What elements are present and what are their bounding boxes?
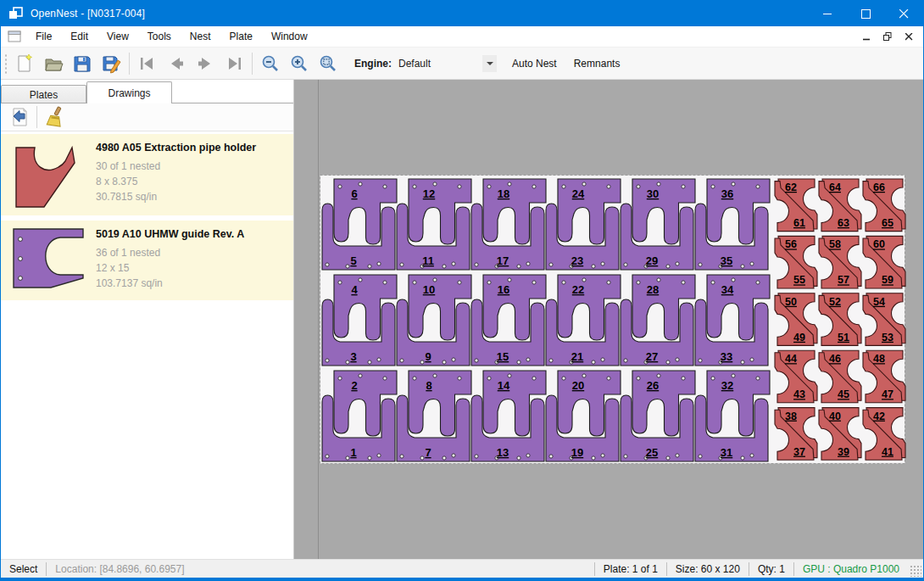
drawing-area: 103.7137 sq/in [96,276,244,291]
open-folder-icon[interactable] [39,51,68,76]
drill-hole [657,374,660,377]
remnants-button[interactable]: Remnants [565,53,629,75]
minimize-button[interactable] [809,1,847,26]
drill-hole [624,455,627,458]
menu-view[interactable]: View [97,26,138,47]
part-number-label: 39 [838,446,849,458]
clean-broom-icon[interactable] [41,105,68,129]
drill-hole [607,281,610,284]
drill-hole [475,455,478,458]
part-number-label: 46 [829,353,841,365]
drill-hole [368,360,371,364]
drill-hole [508,278,511,282]
drill-hole [338,185,342,188]
part-number-label: 14 [498,379,510,392]
drill-hole [326,455,329,458]
zoom-fit-icon[interactable] [314,51,342,76]
mdi-close-button[interactable] [899,29,918,44]
new-document-icon[interactable] [10,51,39,76]
close-button[interactable] [885,1,923,26]
drill-hole [526,262,530,265]
drill-hole [413,185,416,188]
toolbar-grip[interactable] [3,53,10,75]
mdi-restore-button[interactable] [878,29,897,44]
menu-tools[interactable]: Tools [138,26,181,47]
drill-hole [732,182,735,186]
previous-plate-icon[interactable] [162,51,191,76]
drawing-info: 4980 A05 Extraction pipe holder30 of 1 n… [87,139,256,209]
part-number-label: 19 [571,446,583,459]
drill-hole [475,359,478,362]
mdi-minimize-button[interactable] [857,29,876,44]
part-number-label: 13 [497,446,509,459]
drill-hole [475,263,478,266]
part-thumbnail-purple [9,226,87,293]
nest-canvas[interactable]: 6512111817242330293635431091615222128273… [294,80,923,559]
menu-plate[interactable]: Plate [220,26,262,47]
part-number-label: 20 [572,379,584,392]
next-plate-icon[interactable] [191,51,220,76]
nest-viewport[interactable]: 6512111817242330293635431091615222128273… [318,80,923,559]
drawing-list-item[interactable]: 4980 A05 Extraction pipe holder30 of 1 n… [1,134,293,215]
drill-hole [458,281,461,284]
engine-dropdown-arrow-icon[interactable] [482,55,497,72]
part-number-label: 24 [572,187,585,200]
drill-hole [443,360,446,364]
part-number-label: 42 [873,411,885,422]
drill-hole [750,358,754,361]
drill-hole [458,377,461,380]
drill-hole [383,377,387,380]
part-number-label: 64 [829,182,841,193]
drill-hole [607,377,610,380]
drill-hole [741,456,744,460]
drill-hole [582,374,586,377]
menu-window[interactable]: Window [262,26,317,47]
drawing-thumbnail [9,226,87,293]
menu-edit[interactable]: Edit [61,26,97,47]
drill-hole [682,185,685,188]
part-number-label: 43 [793,388,805,400]
maximize-button[interactable] [847,1,885,26]
part-number-label: 32 [721,379,733,392]
status-gpu: GPU : Quadro P1000 [794,563,908,575]
drill-hole [508,182,511,186]
resize-grip[interactable] [910,565,921,577]
zoom-out-icon[interactable] [256,51,285,76]
drill-hole [508,374,511,377]
tab-drawings[interactable]: Drawings [86,81,172,103]
engine-value: Default [397,58,482,70]
part-number-label: 35 [721,254,732,267]
title-bar: OpenNest - [N0317-004] [1,1,923,26]
part-number-label: 8 [426,379,431,392]
save-icon[interactable] [68,51,97,76]
part-number-label: 21 [571,350,583,363]
return-part-icon[interactable] [6,105,33,129]
drawing-title: 4980 A05 Extraction pipe holder [96,142,256,154]
mdi-document-icon[interactable] [8,31,21,42]
part-number-label: 36 [721,187,733,200]
drill-hole [756,185,760,188]
drill-hole [601,262,604,265]
nest-plate-svg[interactable]: 6512111817242330293635431091615222128273… [319,80,924,561]
zoom-in-icon[interactable] [285,51,314,76]
drill-hole [413,281,416,284]
menu-nest[interactable]: Nest [181,26,220,47]
save-as-icon[interactable] [97,51,125,76]
part-number-label: 25 [646,446,658,459]
drill-hole [657,278,660,282]
part-number-label: 34 [721,283,734,296]
part-number-label: 12 [423,187,435,200]
part-number-label: 38 [785,411,797,422]
tab-plates[interactable]: Plates [1,85,86,103]
part-number-label: 48 [873,353,885,365]
first-plate-icon[interactable] [133,51,162,76]
part-number-label: 6 [351,187,357,200]
status-size: Size: 60 x 120 [667,563,749,575]
window-title: OpenNest - [N0317-004] [31,8,145,20]
menu-file[interactable]: File [26,26,61,47]
auto-nest-button[interactable]: Auto Nest [504,53,565,75]
drawing-list-item[interactable]: 5019 A10 UHMW guide Rev. A36 of 1 nested… [1,221,293,300]
engine-combobox[interactable]: Default [397,54,497,73]
last-plate-icon[interactable] [220,51,248,76]
part-number-label: 52 [829,296,841,308]
